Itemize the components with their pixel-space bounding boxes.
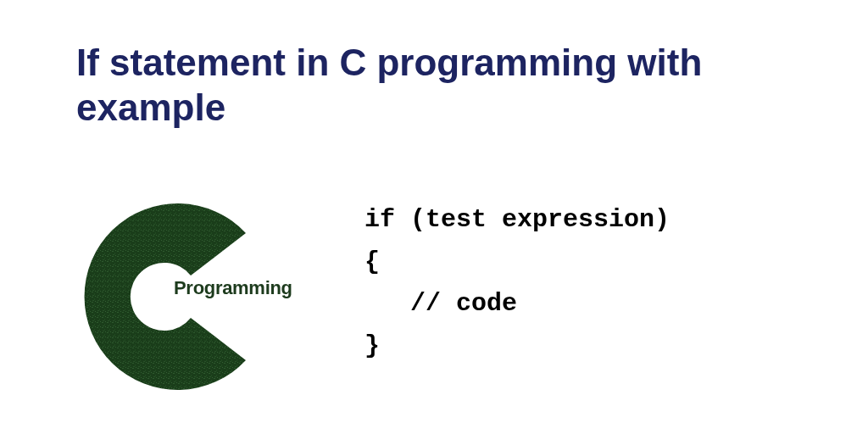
- code-snippet: if (test expression) { // code }: [364, 199, 670, 367]
- code-line-3: // code: [364, 289, 517, 318]
- c-programming-logo: Programming: [68, 186, 288, 407]
- article-title: If statement in C programming with examp…: [76, 41, 817, 131]
- code-line-2: {: [364, 248, 380, 276]
- code-line-4: }: [364, 331, 380, 360]
- logo-text: Programming: [174, 277, 292, 299]
- code-line-1: if (test expression): [364, 205, 670, 234]
